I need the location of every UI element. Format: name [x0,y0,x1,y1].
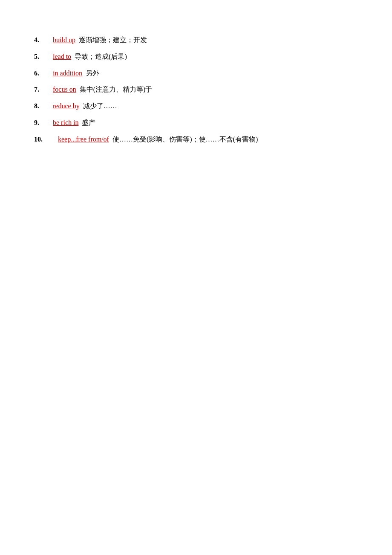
item-number: 7. [34,84,49,96]
item-number: 4. [34,34,49,46]
phrase-link: be rich in [53,117,78,129]
list-item: 9.be rich in盛产 [34,117,358,129]
phrase-link: focus on [53,84,76,96]
list-item: 4.build up逐渐增强；建立；开发 [34,34,358,46]
item-number: 10. [34,133,55,146]
phrase-link: build up [53,34,75,46]
item-number: 8. [34,100,49,113]
list-item: 5.lead to导致；造成(后果) [34,51,358,63]
vocabulary-list: 4.build up逐渐增强；建立；开发5.lead to导致；造成(后果)6.… [34,34,358,146]
phrase-link: reduce by [53,100,80,113]
definition: 盛产 [82,117,95,129]
list-item: 7.focus on集中(注意力、精力等)于 [34,84,358,96]
phrase-link: in addition [53,67,82,80]
item-number: 9. [34,117,49,129]
definition: 集中(注意力、精力等)于 [80,84,153,96]
item-number: 5. [34,51,49,63]
definition: 导致；造成(后果) [75,51,127,63]
list-item: 8.reduce by减少了…… [34,100,358,113]
phrase-link: keep...free from/of [58,133,109,146]
definition: 减少了…… [83,100,117,113]
phrase-link: lead to [53,51,71,63]
definition: 另外 [86,67,99,80]
item-number: 6. [34,67,49,80]
definition: 逐渐增强；建立；开发 [79,34,147,46]
list-item: 6.in addition另外 [34,67,358,80]
list-item: 10.keep...free from/of使……免受(影响、伤害等)；使……不… [34,133,358,146]
definition: 使……免受(影响、伤害等)；使……不含(有害物) [112,133,258,146]
